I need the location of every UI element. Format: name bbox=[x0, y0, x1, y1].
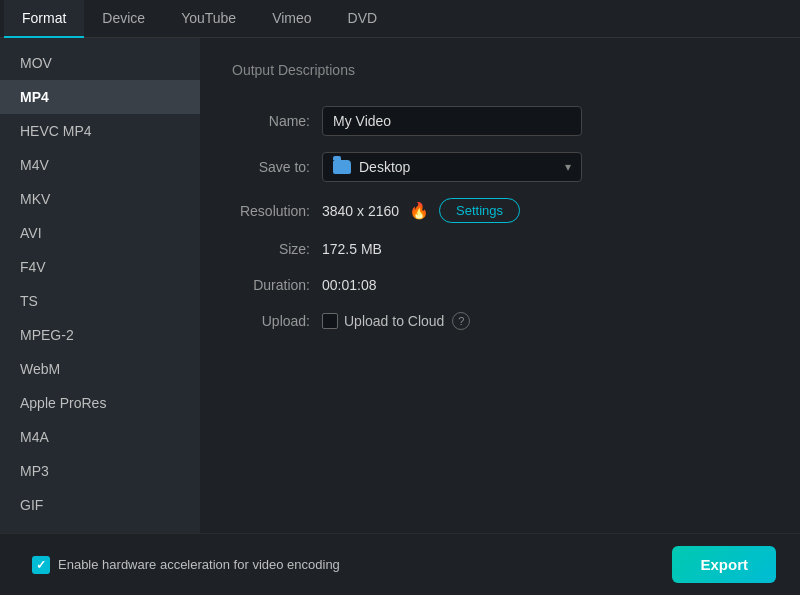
size-value: 172.5 MB bbox=[322, 231, 768, 267]
section-title: Output Descriptions bbox=[232, 62, 768, 78]
tab-bar: FormatDeviceYouTubeVimeoDVD bbox=[0, 0, 800, 38]
sidebar: MOVMP4HEVC MP4M4VMKVAVIF4VTSMPEG-2WebMAp… bbox=[0, 38, 200, 533]
name-label: Name: bbox=[232, 98, 322, 144]
save-to-label: Save to: bbox=[232, 144, 322, 190]
size-label: Size: bbox=[232, 231, 322, 267]
tab-device[interactable]: Device bbox=[84, 0, 163, 38]
sidebar-item-mp4[interactable]: MP4 bbox=[0, 80, 200, 114]
resolution-label: Resolution: bbox=[232, 190, 322, 231]
duration-value: 00:01:08 bbox=[322, 267, 768, 303]
sidebar-item-mkv[interactable]: MKV bbox=[0, 182, 200, 216]
duration-text: 00:01:08 bbox=[322, 277, 377, 293]
sidebar-item-webm[interactable]: WebM bbox=[0, 352, 200, 386]
size-text: 172.5 MB bbox=[322, 241, 382, 257]
save-to-dropdown[interactable]: Desktop ▾ bbox=[322, 152, 582, 182]
sidebar-item-apple-prores[interactable]: Apple ProRes bbox=[0, 386, 200, 420]
upload-checkbox[interactable] bbox=[322, 313, 338, 329]
sidebar-item-mp3[interactable]: MP3 bbox=[0, 454, 200, 488]
sidebar-item-avi[interactable]: AVI bbox=[0, 216, 200, 250]
save-to-text: Desktop bbox=[359, 159, 410, 175]
sidebar-item-av1[interactable]: AV1 bbox=[0, 522, 200, 533]
sidebar-item-m4v[interactable]: M4V bbox=[0, 148, 200, 182]
tab-vimeo[interactable]: Vimeo bbox=[254, 0, 329, 38]
name-input[interactable] bbox=[322, 106, 582, 136]
tab-youtube[interactable]: YouTube bbox=[163, 0, 254, 38]
sidebar-item-mov[interactable]: MOV bbox=[0, 46, 200, 80]
hw-accel-checkbox[interactable]: ✓ bbox=[32, 556, 50, 574]
duration-row: Duration: 00:01:08 bbox=[232, 267, 768, 303]
upload-value: Upload to Cloud ? bbox=[322, 303, 768, 339]
name-row: Name: bbox=[232, 98, 768, 144]
name-value bbox=[322, 98, 768, 144]
save-to-value: Desktop ▾ bbox=[322, 144, 768, 190]
output-form: Name: Save to: Desktop ▾ bbox=[232, 98, 768, 339]
upload-label: Upload: bbox=[232, 303, 322, 339]
sidebar-item-mpeg2[interactable]: MPEG-2 bbox=[0, 318, 200, 352]
upload-row: Upload: Upload to Cloud ? bbox=[232, 303, 768, 339]
content-panel: Output Descriptions Name: Save to: Deskt… bbox=[200, 38, 800, 533]
sidebar-item-hevc-mp4[interactable]: HEVC MP4 bbox=[0, 114, 200, 148]
hw-accel-label: Enable hardware acceleration for video e… bbox=[58, 557, 340, 572]
size-row: Size: 172.5 MB bbox=[232, 231, 768, 267]
tab-format[interactable]: Format bbox=[4, 0, 84, 38]
resolution-row: Resolution: 3840 x 2160 🔥 Settings bbox=[232, 190, 768, 231]
resolution-value: 3840 x 2160 🔥 Settings bbox=[322, 190, 768, 231]
resolution-text: 3840 x 2160 bbox=[322, 203, 399, 219]
upload-cloud-label: Upload to Cloud bbox=[344, 313, 444, 329]
checkmark-icon: ✓ bbox=[36, 558, 46, 572]
help-icon[interactable]: ? bbox=[452, 312, 470, 330]
upload-checkbox-container[interactable]: Upload to Cloud bbox=[322, 313, 444, 329]
tab-dvd[interactable]: DVD bbox=[330, 0, 396, 38]
duration-label: Duration: bbox=[232, 267, 322, 303]
bottom-bar: ✓ Enable hardware acceleration for video… bbox=[0, 533, 800, 595]
folder-icon bbox=[333, 160, 351, 174]
fire-icon: 🔥 bbox=[409, 201, 429, 220]
main-content: MOVMP4HEVC MP4M4VMKVAVIF4VTSMPEG-2WebMAp… bbox=[0, 38, 800, 533]
sidebar-item-ts[interactable]: TS bbox=[0, 284, 200, 318]
sidebar-item-m4a[interactable]: M4A bbox=[0, 420, 200, 454]
chevron-down-icon: ▾ bbox=[565, 160, 571, 174]
settings-button[interactable]: Settings bbox=[439, 198, 520, 223]
sidebar-item-f4v[interactable]: F4V bbox=[0, 250, 200, 284]
save-to-row: Save to: Desktop ▾ bbox=[232, 144, 768, 190]
sidebar-item-gif[interactable]: GIF bbox=[0, 488, 200, 522]
hw-accel-row: ✓ Enable hardware acceleration for video… bbox=[32, 556, 340, 574]
export-button[interactable]: Export bbox=[672, 546, 776, 583]
